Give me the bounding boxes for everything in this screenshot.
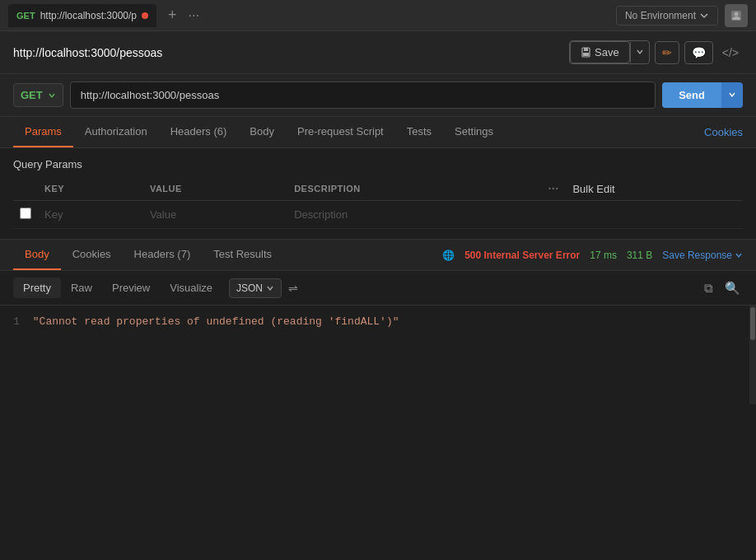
save-response-button[interactable]: Save Response [662, 250, 743, 261]
save-response-label: Save Response [662, 250, 732, 261]
save-label: Save [595, 46, 619, 58]
format-type-label: JSON [236, 282, 263, 294]
save-chevron-icon [636, 48, 644, 56]
search-response-button[interactable]: 🔍 [722, 278, 743, 298]
col-description: DESCRIPTION [287, 177, 541, 201]
code-button[interactable]: </> [718, 42, 743, 63]
edit-icon: ✏ [662, 46, 672, 59]
save-response-chevron-icon [735, 251, 743, 259]
col-key: KEY [38, 177, 143, 201]
tab-pre-request-script[interactable]: Pre-request Script [286, 117, 395, 147]
tab-headers[interactable]: Headers (6) [159, 117, 239, 147]
tab-params[interactable]: Params [13, 117, 73, 147]
response-time: 17 ms [590, 250, 617, 261]
more-tabs-button[interactable]: ··· [189, 8, 199, 23]
request-title: http://localhost:3000/pessoas [13, 46, 561, 59]
cookies-link[interactable]: Cookies [704, 118, 743, 147]
format-tab-preview[interactable]: Preview [102, 278, 160, 298]
response-tabs-bar: Body Cookies Headers (7) Test Results 🌐 … [0, 240, 756, 271]
response-tab-cookies[interactable]: Cookies [61, 240, 123, 270]
edit-button[interactable]: ✏ [655, 41, 679, 64]
scrollbar-thumb[interactable] [750, 307, 755, 340]
bulk-edit-button[interactable]: Bulk Edit [572, 183, 614, 195]
tab-settings[interactable]: Settings [443, 117, 505, 147]
tab-method: GET [16, 11, 35, 21]
env-label: No Environment [625, 10, 696, 21]
more-options-icon[interactable]: ··· [548, 182, 558, 195]
copy-response-button[interactable]: ⧉ [702, 278, 716, 298]
filter-icon[interactable]: ⇌ [288, 282, 298, 295]
response-tab-test-results[interactable]: Test Results [202, 240, 283, 270]
response-status: 500 Internal Server Error [464, 250, 580, 261]
profile-icon[interactable] [725, 4, 748, 27]
response-content: "Cannot read properties of undefined (re… [33, 315, 399, 328]
format-bar: Pretty Raw Preview Visualize JSON ⇌ ⧉ 🔍 [0, 271, 756, 306]
response-section: Body Cookies Headers (7) Test Results 🌐 … [0, 239, 756, 404]
svg-rect-3 [584, 48, 588, 51]
request-title-bar: http://localhost:3000/pessoas Save ✏ 💬 [0, 31, 756, 74]
code-icon: </> [722, 46, 739, 59]
send-chevron-icon [728, 91, 736, 99]
response-body-wrapper: 1"Cannot read properties of undefined (r… [0, 306, 756, 404]
method-label: GET [21, 89, 43, 101]
method-selector[interactable]: GET [13, 83, 63, 107]
desc-placeholder: Description [294, 208, 348, 221]
query-params-section: Query Params KEY VALUE DESCRIPTION ··· B… [0, 148, 756, 239]
comment-button[interactable]: 💬 [684, 41, 713, 64]
response-meta: 🌐 500 Internal Server Error 17 ms 311 B … [442, 250, 743, 261]
response-body: 1"Cannot read properties of undefined (r… [0, 306, 756, 404]
format-tab-raw[interactable]: Raw [61, 278, 102, 298]
request-tabs-bar: Params Authorization Headers (6) Body Pr… [0, 117, 756, 148]
tab-authorization[interactable]: Authorization [73, 117, 159, 147]
url-input[interactable] [70, 82, 656, 109]
globe-icon: 🌐 [442, 250, 455, 261]
add-tab-button[interactable]: + [163, 7, 182, 24]
environment-selector[interactable]: No Environment [616, 6, 718, 26]
top-bar: GET http://localhost:3000/p + ··· No Env… [0, 0, 756, 31]
response-size: 311 B [627, 250, 652, 261]
col-options: ··· [541, 177, 566, 201]
col-value: VALUE [143, 177, 287, 201]
send-dropdown-button[interactable] [721, 82, 743, 108]
params-table: KEY VALUE DESCRIPTION ··· Bulk Edit Key … [13, 177, 743, 229]
svg-point-1 [735, 12, 739, 16]
top-right-controls: No Environment [616, 4, 748, 27]
format-type-selector[interactable]: JSON [229, 278, 282, 298]
method-chevron-icon [48, 91, 56, 100]
row-checkbox[interactable] [20, 208, 31, 219]
scrollbar-track[interactable] [749, 306, 756, 404]
url-bar: GET Send [0, 74, 756, 117]
response-tab-body[interactable]: Body [13, 240, 61, 270]
format-chevron-icon [266, 284, 274, 292]
params-row-empty: Key Value Description [13, 201, 743, 229]
value-placeholder: Value [150, 208, 176, 221]
save-icon [581, 47, 591, 58]
tab-url: http://localhost:3000/p [40, 10, 137, 21]
comment-icon: 💬 [692, 46, 706, 59]
svg-rect-4 [583, 53, 589, 56]
chevron-down-icon [699, 11, 709, 21]
format-tab-pretty[interactable]: Pretty [13, 278, 61, 298]
col-bulk-edit: Bulk Edit [566, 177, 743, 201]
user-icon [730, 9, 743, 22]
tab-tests[interactable]: Tests [395, 117, 443, 147]
save-button[interactable]: Save [570, 41, 630, 63]
format-tab-visualize[interactable]: Visualize [160, 278, 222, 298]
line-number: 1 [13, 315, 20, 328]
response-tab-headers[interactable]: Headers (7) [123, 240, 203, 270]
key-placeholder: Key [44, 208, 63, 221]
format-right-icons: ⧉ 🔍 [702, 278, 743, 298]
unsaved-indicator [142, 12, 148, 19]
save-dropdown-button[interactable] [630, 42, 649, 63]
send-button[interactable]: Send [662, 82, 721, 108]
tab-body[interactable]: Body [238, 117, 286, 147]
request-tab[interactable]: GET http://localhost:3000/p [8, 4, 156, 27]
section-title: Query Params [13, 158, 743, 170]
